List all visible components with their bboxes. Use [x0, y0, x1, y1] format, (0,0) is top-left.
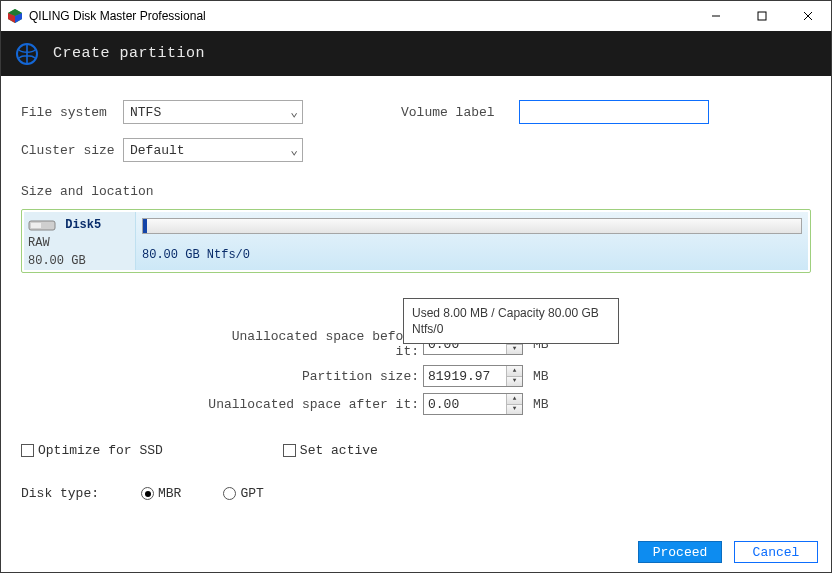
- minimize-button[interactable]: [693, 1, 739, 31]
- disk-icon: [28, 218, 56, 232]
- unalloc-after-value: 0.00: [424, 397, 506, 412]
- spin-down-icon[interactable]: ▼: [507, 405, 522, 415]
- gpt-radio[interactable]: GPT: [223, 486, 263, 501]
- volume-label-input[interactable]: [519, 100, 709, 124]
- chevron-down-icon: ⌄: [290, 142, 298, 158]
- gpt-label: GPT: [240, 486, 263, 501]
- window-controls: [693, 1, 831, 31]
- maximize-button[interactable]: [739, 1, 785, 31]
- unalloc-before-label: Unallocated space before it:: [201, 329, 423, 359]
- cluster-size-value: Default: [130, 143, 185, 158]
- partition-slider[interactable]: [142, 218, 802, 234]
- optimize-ssd-checkbox[interactable]: Optimize for SSD: [21, 443, 163, 458]
- disk-name: Disk5: [65, 218, 101, 232]
- svg-rect-10: [31, 223, 41, 228]
- spin-up-icon[interactable]: ▲: [507, 394, 522, 405]
- file-system-row: File system NTFS ⌄ Volume label: [21, 100, 811, 124]
- disk-map-panel: Disk5 RAW 80.00 GB 80.00 GB Ntfs/0: [21, 209, 811, 273]
- segment-label: 80.00 GB Ntfs/0: [142, 248, 802, 262]
- mbr-label: MBR: [158, 486, 181, 501]
- cluster-size-label: Cluster size: [21, 143, 123, 158]
- unalloc-after-label: Unallocated space after it:: [201, 397, 423, 412]
- titlebar: QILING Disk Master Professional: [1, 1, 831, 31]
- cancel-button[interactable]: Cancel: [734, 541, 818, 563]
- mbr-radio[interactable]: MBR: [141, 486, 181, 501]
- unit-label: MB: [533, 369, 549, 384]
- volume-label-label: Volume label: [401, 105, 503, 120]
- spin-down-icon[interactable]: ▼: [507, 377, 522, 387]
- optimize-ssd-label: Optimize for SSD: [38, 443, 163, 458]
- partition-segment[interactable]: 80.00 GB Ntfs/0: [136, 212, 808, 270]
- svg-rect-5: [758, 12, 766, 20]
- tooltip-line1: Used 8.00 MB / Capacity 80.00 GB: [412, 305, 610, 321]
- close-button[interactable]: [785, 1, 831, 31]
- app-icon: [7, 8, 23, 24]
- logo-icon: [15, 42, 39, 66]
- disk-header: Disk5 RAW 80.00 GB: [24, 212, 136, 270]
- checkbox-box-icon: [21, 444, 34, 457]
- file-system-label: File system: [21, 105, 123, 120]
- cluster-size-select[interactable]: Default ⌄: [123, 138, 303, 162]
- proceed-button[interactable]: Proceed: [638, 541, 722, 563]
- window-title: QILING Disk Master Professional: [29, 9, 206, 23]
- disk-capacity: 80.00 GB: [28, 254, 135, 268]
- disk-type-label: Disk type:: [21, 486, 99, 501]
- cluster-size-row: Cluster size Default ⌄: [21, 138, 811, 162]
- spin-down-icon[interactable]: ▼: [507, 345, 522, 355]
- disk-type-row: Disk type: MBR GPT: [21, 486, 811, 501]
- checkbox-box-icon: [283, 444, 296, 457]
- spin-up-icon[interactable]: ▲: [507, 366, 522, 377]
- set-active-label: Set active: [300, 443, 378, 458]
- page-title: Create partition: [53, 45, 205, 62]
- chevron-down-icon: ⌄: [290, 104, 298, 120]
- partition-size-value: 81919.97: [424, 369, 506, 384]
- content-area: File system NTFS ⌄ Volume label Cluster …: [1, 76, 831, 513]
- set-active-checkbox[interactable]: Set active: [283, 443, 378, 458]
- radio-dot-icon: [223, 487, 236, 500]
- size-location-heading: Size and location: [21, 184, 811, 199]
- header-band: Create partition: [1, 31, 831, 76]
- file-system-select[interactable]: NTFS ⌄: [123, 100, 303, 124]
- unalloc-after-input[interactable]: 0.00 ▲▼: [423, 393, 523, 415]
- partition-slider-fill: [143, 219, 147, 233]
- tooltip-line2: Ntfs/0: [412, 321, 610, 337]
- partition-size-label: Partition size:: [201, 369, 423, 384]
- disk-format: RAW: [28, 236, 135, 250]
- partition-size-input[interactable]: 81919.97 ▲▼: [423, 365, 523, 387]
- file-system-value: NTFS: [130, 105, 161, 120]
- radio-dot-icon: [141, 487, 154, 500]
- footer-buttons: Proceed Cancel: [638, 541, 818, 563]
- segment-tooltip: Used 8.00 MB / Capacity 80.00 GB Ntfs/0: [403, 298, 619, 344]
- unit-label: MB: [533, 397, 549, 412]
